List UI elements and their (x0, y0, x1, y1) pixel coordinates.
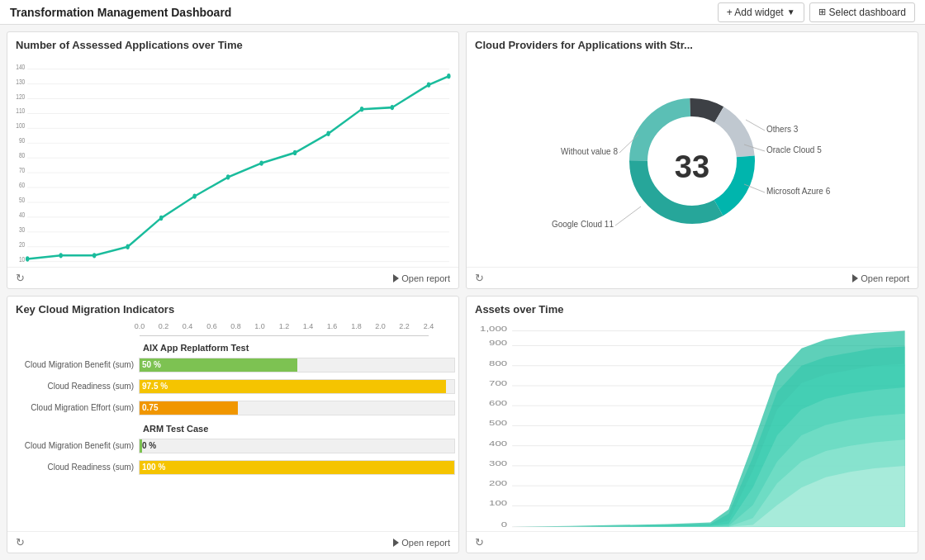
svg-point-31 (126, 244, 129, 249)
cloud-open-report-button[interactable]: Open report (852, 273, 909, 283)
migration-play-icon (393, 539, 399, 547)
bar-row: Cloud Migration Effort (sum) 0.75 (11, 399, 455, 417)
svg-point-33 (192, 193, 196, 198)
assessed-apps-footer: ↻ Open report (7, 267, 458, 288)
page-title: Transformation Management Dashboard (10, 6, 231, 19)
svg-point-35 (259, 160, 263, 165)
svg-point-41 (447, 74, 450, 78)
svg-text:700: 700 (489, 379, 507, 387)
svg-point-40 (427, 83, 430, 88)
svg-text:1,000: 1,000 (480, 324, 507, 332)
migration-open-report-button[interactable]: Open report (393, 538, 450, 548)
svg-point-34 (226, 174, 230, 179)
svg-point-32 (159, 216, 163, 221)
bar-track: 50 % (139, 358, 455, 373)
bar-label: Cloud Readiness (sum) (11, 382, 139, 391)
bar-row: Cloud Migration Benefit (sum) 50 % (11, 356, 455, 374)
cloud-providers-widget: Cloud Providers for Applications with St… (466, 31, 918, 289)
svg-text:100: 100 (489, 499, 507, 507)
svg-text:500: 500 (489, 419, 507, 427)
cloud-providers-footer: ↻ Open report (467, 267, 918, 288)
bar-track: 0 % (139, 439, 455, 453)
add-widget-label: + Add widget (727, 7, 784, 18)
bar-label: Cloud Migration Benefit (sum) (11, 360, 139, 369)
cloud-refresh-icon[interactable]: ↻ (475, 272, 484, 284)
svg-text:100: 100 (16, 121, 25, 130)
svg-text:200: 200 (489, 479, 507, 487)
bar-row: Cloud Readiness (sum) 100 % (11, 458, 455, 477)
svg-text:900: 900 (489, 339, 507, 347)
svg-point-37 (326, 131, 330, 136)
donut-center: 33 (675, 149, 709, 184)
svg-point-39 (391, 105, 394, 110)
svg-text:0: 0 (501, 520, 507, 528)
svg-text:300: 300 (489, 459, 507, 467)
svg-point-38 (360, 107, 363, 112)
migration-refresh-icon[interactable]: ↻ (16, 536, 25, 548)
migration-body: 0.0 0.2 0.4 0.6 0.8 1.0 1.2 1.4 1.6 1.8 … (7, 319, 458, 531)
svg-text:600: 600 (489, 399, 507, 407)
svg-marker-93 (512, 466, 905, 527)
svg-text:Google Cloud 11: Google Cloud 11 (552, 220, 614, 229)
svg-line-64 (615, 206, 641, 225)
svg-text:10: 10 (19, 255, 26, 263)
donut-chart: 33 Without value 8 Others 3 Oracle Cloud… (552, 62, 832, 260)
header: Transformation Management Dashboard + Ad… (0, 0, 925, 25)
svg-text:60: 60 (19, 181, 26, 189)
svg-text:130: 130 (16, 78, 25, 86)
bar-fill: 100 % (140, 461, 454, 474)
cloud-providers-title: Cloud Providers for Applications with St… (467, 32, 918, 55)
cloud-play-icon (852, 274, 858, 282)
assets-chart: 0 100 200 300 400 500 600 700 800 900 1,… (473, 322, 911, 531)
migration-indicators-widget: Key Cloud Migration Indicators 0.0 0.2 0… (7, 296, 459, 553)
add-widget-button[interactable]: + Add widget ▼ (718, 2, 804, 22)
bar-fill: 0.75 (140, 401, 238, 415)
assets-footer: ↻ Open report (467, 531, 918, 553)
assets-title: Assets over Time (467, 297, 918, 319)
header-actions: + Add widget ▼ ⊞ Select dashboard (718, 2, 915, 22)
play-icon (393, 274, 399, 282)
open-report-button[interactable]: Open report (393, 273, 450, 283)
svg-text:800: 800 (489, 358, 507, 367)
svg-text:90: 90 (19, 136, 26, 145)
bar-chart-scroll[interactable]: AIX App Replatform Test Cloud Migration … (7, 336, 458, 531)
migration-footer: ↻ Open report (7, 531, 458, 553)
svg-text:20: 20 (19, 240, 26, 249)
svg-point-36 (293, 150, 296, 155)
cloud-open-report-label: Open report (861, 273, 909, 283)
bar-label: Cloud Readiness (sum) (11, 463, 139, 472)
dashboard-icon: ⊞ (818, 7, 826, 17)
svg-text:120: 120 (16, 92, 25, 100)
assessed-apps-widget: Number of Assessed Applications over Tim… (7, 31, 459, 289)
migration-title: Key Cloud Migration Indicators (7, 297, 458, 319)
svg-text:400: 400 (489, 439, 507, 447)
assessed-apps-body: 10 20 30 40 50 60 70 80 90 100 110 120 1… (7, 55, 458, 267)
bar-row: Cloud Migration Benefit (sum) 0 % (11, 437, 455, 455)
bar-fill: 97.5 % (140, 380, 446, 393)
refresh-icon[interactable]: ↻ (16, 272, 25, 284)
bar-label: Cloud Migration Effort (sum) (11, 403, 139, 412)
bar-fill: 50 % (140, 358, 297, 372)
select-dashboard-label: Select dashboard (829, 7, 906, 18)
assets-refresh-icon[interactable]: ↻ (475, 536, 484, 548)
svg-text:30: 30 (19, 225, 26, 234)
svg-text:110: 110 (16, 107, 25, 115)
dashboard: Number of Assessed Applications over Tim… (0, 25, 925, 560)
open-report-label: Open report (401, 273, 450, 283)
svg-text:Microsoft Azure 6: Microsoft Azure 6 (766, 187, 831, 196)
svg-text:40: 40 (19, 211, 26, 219)
select-dashboard-button[interactable]: ⊞ Select dashboard (809, 2, 915, 22)
svg-point-28 (26, 256, 29, 261)
assessed-apps-title: Number of Assessed Applications over Tim… (7, 32, 458, 55)
migration-open-report-label: Open report (401, 538, 450, 548)
svg-text:50: 50 (19, 196, 26, 204)
bar-fill: 0 % (140, 439, 142, 453)
svg-text:140: 140 (16, 63, 25, 71)
svg-text:Oracle Cloud 5: Oracle Cloud 5 (766, 145, 822, 154)
bar-track: 100 % (139, 460, 455, 475)
assets-over-time-widget: Assets over Time 0 100 200 300 400 500 6… (466, 296, 918, 553)
svg-text:Without value 8: Without value 8 (561, 147, 618, 156)
svg-text:70: 70 (19, 166, 26, 174)
line-chart-container: 10 20 30 40 50 60 70 80 90 100 110 120 1… (7, 55, 458, 267)
svg-line-58 (746, 120, 765, 131)
